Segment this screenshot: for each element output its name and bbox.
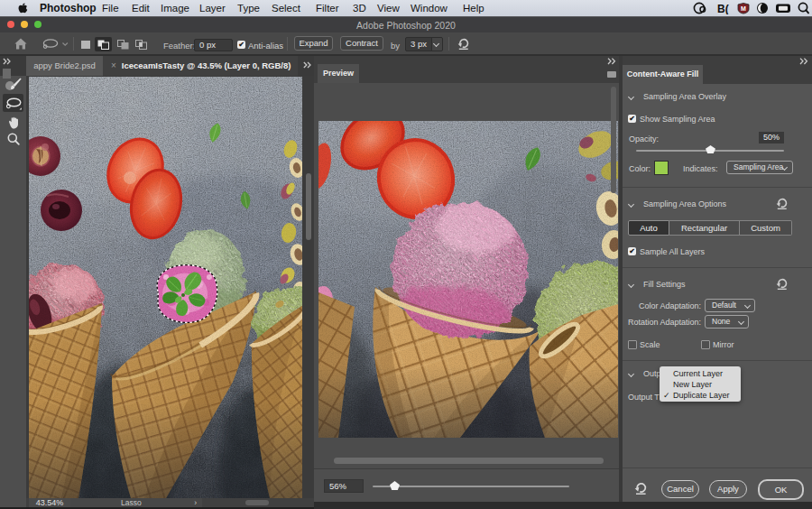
- svg-text:M: M: [741, 5, 746, 12]
- svg-text:B(: B(: [717, 3, 729, 15]
